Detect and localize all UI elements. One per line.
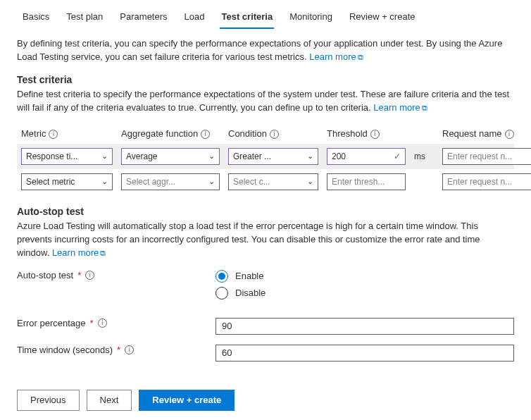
criteria-table: Metric i Aggregate function i Condition …: [17, 124, 514, 194]
error-percentage-label: Error percentage* i: [17, 318, 215, 328]
intro-body: By defining test criteria, you can speci…: [17, 38, 502, 62]
tab-monitoring[interactable]: Monitoring: [281, 7, 341, 29]
tab-test-criteria[interactable]: Test criteria: [213, 7, 281, 29]
header-aggregate: Aggregate function: [121, 128, 198, 140]
auto-stop-description: Azure Load Testing will automatically st…: [17, 220, 514, 260]
info-icon[interactable]: i: [85, 271, 94, 280]
next-button[interactable]: Next: [87, 390, 132, 411]
external-link-icon: ⧉: [100, 249, 106, 257]
error-percentage-input[interactable]: 90: [215, 318, 514, 335]
chevron-down-icon: ⌄: [208, 177, 215, 186]
auto-stop-heading: Auto-stop test: [17, 206, 514, 217]
tab-load[interactable]: Load: [176, 7, 213, 29]
header-request-name: Request name: [442, 128, 502, 140]
time-window-label: Time window (seconds)* i: [17, 345, 215, 355]
auto-stop-label: Auto-stop test* i: [17, 270, 215, 280]
review-create-button[interactable]: Review + create: [139, 390, 235, 411]
test-criteria-description: Define test criteria to specify the perf…: [17, 88, 514, 115]
aggregate-dropdown[interactable]: Average⌄: [121, 148, 220, 165]
request-name-input[interactable]: Enter request n...: [442, 148, 531, 165]
info-icon[interactable]: i: [125, 345, 134, 354]
time-window-input[interactable]: 60: [215, 345, 514, 362]
metric-dropdown[interactable]: Response ti...⌄: [21, 148, 113, 165]
criteria-row: Select metric⌄ Select aggr...⌄ Select c.…: [17, 169, 514, 194]
tab-bar: Basics Test plan Parameters Load Test cr…: [0, 0, 531, 29]
metric-dropdown[interactable]: Select metric⌄: [21, 173, 113, 190]
autostop-learn-more-link[interactable]: Learn more⧉: [52, 247, 106, 258]
criteria-row: Response ti...⌄ Average⌄ Greater ...⌄ 20…: [17, 144, 514, 169]
tab-review-create[interactable]: Review + create: [341, 7, 424, 29]
external-link-icon: ⧉: [358, 53, 363, 61]
auto-stop-disable-radio[interactable]: Disable: [215, 287, 266, 299]
header-condition: Condition: [228, 128, 267, 140]
info-icon[interactable]: i: [270, 130, 279, 139]
header-threshold: Threshold: [327, 128, 368, 140]
tab-test-plan[interactable]: Test plan: [58, 7, 111, 29]
aggregate-dropdown[interactable]: Select aggr...⌄: [121, 173, 220, 190]
criteria-learn-more-link[interactable]: Learn more⧉: [373, 102, 427, 113]
info-icon[interactable]: i: [505, 130, 514, 139]
chevron-down-icon: ⌄: [208, 152, 215, 161]
criteria-header-row: Metric i Aggregate function i Condition …: [17, 124, 514, 144]
tab-basics[interactable]: Basics: [14, 7, 58, 29]
info-icon[interactable]: i: [98, 319, 107, 328]
auto-stop-enable-radio[interactable]: Enable: [215, 270, 266, 283]
info-icon[interactable]: i: [201, 130, 210, 139]
intro-text: By defining test criteria, you can speci…: [17, 37, 514, 64]
chevron-down-icon: ⌄: [101, 152, 108, 161]
intro-learn-more-link[interactable]: Learn more⧉: [309, 51, 363, 62]
threshold-unit: ms: [414, 152, 434, 161]
info-icon[interactable]: i: [370, 130, 380, 139]
condition-dropdown[interactable]: Greater ...⌄: [228, 148, 318, 165]
chevron-down-icon: ⌄: [307, 177, 313, 186]
external-link-icon: ⧉: [422, 104, 427, 112]
test-criteria-heading: Test criteria: [17, 74, 514, 85]
footer-buttons: Previous Next Review + create: [0, 362, 531, 411]
tab-parameters[interactable]: Parameters: [111, 7, 175, 29]
threshold-input[interactable]: Enter thresh...: [327, 173, 406, 190]
chevron-down-icon: ⌄: [101, 177, 108, 186]
auto-stop-radio-group: Enable Disable: [215, 270, 266, 299]
info-icon[interactable]: i: [49, 130, 58, 139]
previous-button[interactable]: Previous: [17, 390, 80, 411]
threshold-input[interactable]: 200✓: [327, 148, 406, 165]
check-icon: ✓: [394, 152, 401, 161]
condition-dropdown[interactable]: Select c...⌄: [228, 173, 318, 190]
chevron-down-icon: ⌄: [307, 152, 313, 161]
request-name-input[interactable]: Enter request n...: [442, 173, 531, 190]
header-metric: Metric: [21, 128, 46, 140]
